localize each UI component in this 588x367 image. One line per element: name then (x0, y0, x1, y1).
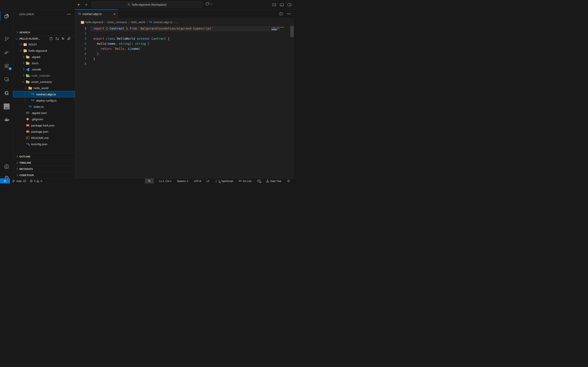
status-language-mode[interactable]: { }TypeScript (215, 178, 233, 184)
tree-icon (266, 179, 269, 183)
activity-remote-explorer[interactable] (0, 75, 13, 84)
toml-icon: [T] (26, 111, 29, 114)
copilot-disabled-icon (257, 180, 260, 182)
tree-item-index-ts[interactable]: TSindex.ts (13, 104, 75, 110)
tree-item--gitignore[interactable]: .gitignore (13, 116, 75, 122)
zoom-icon (148, 179, 151, 183)
activity-docker[interactable] (0, 115, 13, 124)
status-copilot-status[interactable] (257, 178, 261, 184)
close-icon[interactable]: × (113, 12, 115, 16)
outline-section-header[interactable]: OUTLINE (13, 153, 75, 159)
code-line-8[interactable]: 8 (75, 61, 294, 67)
metadata-section-header[interactable]: METADATA (13, 166, 75, 172)
breadcrumb-item[interactable]: hello-algorand (81, 21, 103, 24)
breadcrumb-label: ... (176, 21, 178, 24)
status-start-tree[interactable]: Start Tree (266, 178, 282, 184)
activity-explorer[interactable] (0, 11, 13, 21)
tree-item--algokit[interactable]: .algokit (13, 54, 75, 60)
refresh-icon[interactable]: ↻ (62, 37, 64, 40)
minimap[interactable] (271, 27, 284, 33)
tree-item-readme-md[interactable]: M↓README.md (13, 135, 75, 141)
workspace-section-header[interactable]: HELLO-ALGOR... ↻ (13, 36, 75, 41)
back-arrow-icon[interactable] (77, 3, 81, 7)
status-indentation[interactable]: Spaces: 2 (177, 178, 189, 184)
tree-item--tours[interactable]: .tours (13, 60, 75, 66)
copilot-icon[interactable] (206, 2, 209, 5)
activity-extensions[interactable]: 3 (0, 61, 13, 71)
status-go-live-label: Go Live (243, 180, 252, 183)
tree-item-node-modules[interactable]: JSnode_modules (13, 72, 75, 79)
tree-item-label: tsconfig.json (31, 142, 47, 146)
code-line-5[interactable]: 5 return `Hello, ${name}` (75, 46, 294, 51)
activity-source-control[interactable] (0, 34, 13, 44)
new-file-icon[interactable] (49, 37, 53, 40)
code-line-3[interactable]: 3export class HelloWorld extends Contrac… (75, 36, 294, 41)
tree-item--vscode[interactable]: .vscode (13, 66, 75, 72)
activity-dotenv[interactable]: .ENV (0, 102, 13, 111)
status-go-live[interactable]: Go Live (238, 178, 252, 184)
scrollbar-slider[interactable] (290, 26, 294, 37)
extensions-badge: 3 (8, 67, 12, 70)
tree-indent-guide (25, 91, 25, 104)
code-line-1[interactable]: 1import { Contract } from '@algorandfoun… (75, 26, 294, 31)
problems-status-item[interactable]: 00 (29, 178, 42, 184)
ts-icon: TS (29, 105, 32, 108)
tree-item-root[interactable]: ROOT (13, 41, 75, 48)
status-cursor-position[interactable]: Ln 1, Col 1 (159, 178, 172, 184)
status-notifications[interactable] (287, 178, 290, 184)
status-eol[interactable]: LF (206, 178, 210, 184)
tree-item-deploy-config-ts[interactable]: TSdeploy-config.ts (13, 97, 75, 104)
tree-item--algokit-toml[interactable]: [T].algokit.toml (13, 110, 75, 116)
breadcrumb-item[interactable]: hello_world (131, 21, 145, 24)
codetour-section-header[interactable]: CODETOUR (13, 172, 75, 178)
chevron-right-icon (16, 31, 18, 33)
chevron-down-icon (25, 87, 27, 89)
folder-icon (26, 62, 29, 65)
tree-item-label: smart_contracts (31, 80, 52, 83)
status-left: main00 (0, 178, 42, 184)
branch-status-item[interactable]: main (12, 178, 27, 184)
tree-item-hello-world[interactable]: hello_world (13, 85, 75, 91)
tree-item-label: .tours (31, 61, 39, 65)
tree-item-smart-contracts[interactable]: smart_contracts (13, 79, 75, 85)
breadcrumb-item[interactable]: TScontract.algo.ts (149, 21, 172, 24)
code-area[interactable]: 1import { Contract } from '@algorandfoun… (75, 26, 294, 178)
status-encoding[interactable]: UTF-8 (193, 178, 201, 184)
breadcrumb-item[interactable]: ... (176, 21, 178, 24)
breadcrumb-separator: › (174, 20, 175, 24)
chevron-down-icon[interactable] (210, 2, 212, 5)
tab-contract-algo-ts[interactable]: TS contract.algo.ts × (75, 9, 118, 18)
command-center[interactable]: hello-algorand (Workspace) (91, 1, 203, 8)
toggle-panel-icon[interactable] (280, 3, 284, 6)
activity-accounts[interactable] (0, 162, 13, 171)
collapse-all-icon[interactable] (67, 37, 71, 40)
remote-status-button[interactable] (0, 178, 10, 184)
forward-arrow-icon[interactable] (84, 3, 88, 7)
toggle-secondary-sidebar-icon[interactable] (288, 3, 291, 6)
new-folder-icon[interactable] (56, 37, 59, 40)
tree-item-package-lock-json[interactable]: npmpackage-lock.json (13, 122, 75, 128)
code-line-2[interactable]: 2 (75, 31, 294, 36)
customize-layout-icon[interactable] (272, 3, 276, 6)
tree-item-package-json[interactable]: npmpackage.json (13, 128, 75, 135)
tree-item-contract-algo-ts[interactable]: TScontract.algo.ts (13, 91, 75, 97)
breadcrumb-item[interactable]: smart_contracts (107, 21, 127, 24)
explorer-more-actions-icon[interactable] (67, 14, 71, 15)
status-zoom-indicator[interactable] (145, 178, 154, 184)
timeline-section-header[interactable]: TIMELINE (13, 159, 75, 166)
ts-icon: TS (78, 13, 81, 15)
code-line-4[interactable]: 4 hello(name: string): string { (75, 41, 294, 46)
chevron-right-icon (22, 62, 24, 64)
breadcrumb-separator: › (147, 20, 148, 24)
tree-item-tsconfig-json[interactable]: TS⚙tsconfig.json (13, 141, 75, 147)
activity-gitlens[interactable]: G (0, 88, 13, 98)
activity-run-debug[interactable] (0, 48, 13, 57)
search-section-header[interactable]: SEARCH (13, 29, 75, 36)
code-line-7[interactable]: 7} (75, 56, 294, 61)
tree-item-hello-algorand[interactable]: hello-algorand (13, 48, 75, 54)
code-line-6[interactable]: 6 } (75, 51, 294, 56)
status-eol-label: LF (207, 180, 209, 183)
split-editor-icon[interactable] (279, 12, 283, 15)
editor-more-actions-icon[interactable] (287, 13, 291, 14)
status-indentation-label: Spaces: 2 (177, 180, 188, 183)
